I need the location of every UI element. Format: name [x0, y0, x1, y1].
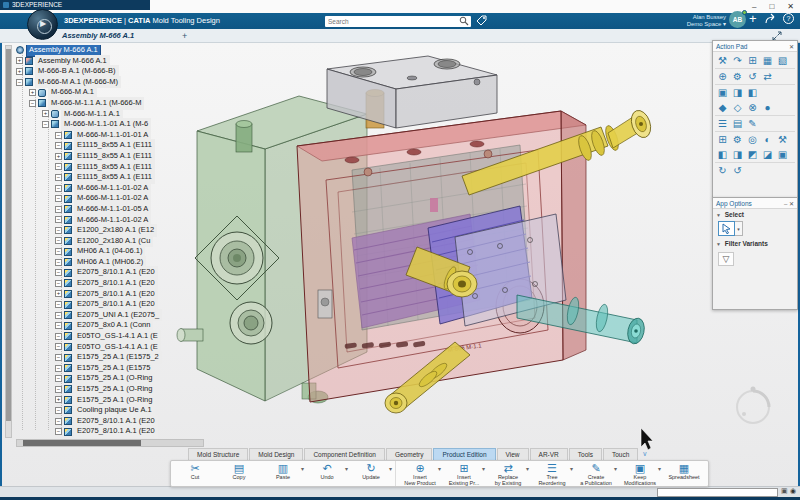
tag-icon[interactable]	[476, 15, 488, 27]
pad-tool-icon-16[interactable]: ●	[760, 100, 775, 115]
search-input[interactable]	[325, 17, 459, 26]
pad-tool-icon-19[interactable]: ✎	[745, 116, 760, 131]
tree-expander-icon[interactable]: −	[55, 132, 62, 139]
tree-expander-icon[interactable]: −	[55, 354, 62, 361]
document-tab[interactable]: Assembly M-666 A.1	[62, 29, 134, 43]
pad-tool-icon-8[interactable]: ↺	[745, 69, 760, 84]
tree-expander-icon[interactable]: −	[55, 418, 62, 425]
tree-expander-icon[interactable]: −	[55, 280, 62, 287]
command-overlay-icon[interactable]: ▣	[781, 487, 788, 495]
tree-expander-icon[interactable]: −	[55, 259, 62, 266]
tree-vscroll-thumb[interactable]	[6, 49, 11, 421]
pad-tool-icon-21[interactable]: ⚙	[730, 132, 745, 147]
tree-expander-icon[interactable]: −	[29, 100, 36, 107]
app-options-close-icon[interactable]: ✕	[789, 201, 794, 207]
pad-tool-icon-9[interactable]: ⇄	[760, 69, 775, 84]
pad-tool-icon-13[interactable]: ◆	[715, 100, 730, 115]
tree-expander-icon[interactable]: −	[55, 248, 62, 255]
dropdown-caret-icon[interactable]: ▾	[345, 465, 348, 472]
workspace-caret-icon[interactable]: ▾	[723, 21, 726, 27]
tree-expander-icon[interactable]: +	[16, 68, 23, 75]
tree-expander-icon[interactable]: −	[55, 185, 62, 192]
tree-expander-icon[interactable]: −	[55, 312, 62, 319]
tree-expander-icon[interactable]: +	[42, 110, 49, 117]
pad-tool-icon-20[interactable]: ⊞	[715, 132, 730, 147]
update-button[interactable]: ↻▾Update	[349, 461, 393, 486]
pad-tool-icon-6[interactable]: ⊕	[715, 69, 730, 84]
keep-modifications-button[interactable]: ▣▾Keep Modifications	[618, 461, 662, 486]
pad-tool-icon-5[interactable]: ▧	[775, 53, 790, 68]
dropdown-caret-icon[interactable]: ▾	[389, 465, 392, 472]
pad-tool-icon-7[interactable]: ⚙	[730, 69, 745, 84]
model-tree[interactable]: Assembly M-666 A.1+Assembly M-666 A.1+M-…	[14, 45, 214, 438]
command-input[interactable]	[657, 488, 778, 497]
pad-tool-icon-1[interactable]: ⚒	[715, 53, 730, 68]
workspace-name[interactable]: Demo Space	[687, 21, 722, 27]
share-icon[interactable]	[764, 13, 777, 24]
dropdown-caret-icon[interactable]: ▾	[482, 465, 485, 472]
replace-by-existing-button[interactable]: ⇄▾Replace by Existing	[486, 461, 530, 486]
pad-tool-icon-22[interactable]: ◎	[745, 132, 760, 147]
tree-expander-icon[interactable]: −	[55, 322, 62, 329]
tree-expander-icon[interactable]: −	[55, 216, 62, 223]
update-icon[interactable]: ↻	[715, 163, 730, 178]
dropdown-caret-icon[interactable]: ▾	[658, 465, 661, 472]
tree-expander-icon[interactable]: −	[55, 301, 62, 308]
search-icon[interactable]	[459, 16, 469, 26]
pad-tool-icon-12[interactable]: ◧	[745, 85, 760, 100]
assistant-icon[interactable]: ◉	[790, 487, 796, 495]
pad-tool-icon-23[interactable]: ◐	[760, 132, 775, 147]
pad-tool-icon-11[interactable]: ◨	[730, 85, 745, 100]
add-content-button[interactable]: +	[749, 10, 757, 28]
paste-button[interactable]: ▥▾Paste	[261, 461, 305, 486]
close-button[interactable]: ✕	[787, 1, 794, 12]
select-tool-dropdown[interactable]: ▾	[735, 221, 743, 236]
view-face-icon-4[interactable]: ◪	[760, 147, 775, 162]
tree-expander-icon[interactable]: −	[55, 386, 62, 393]
new-tab-button[interactable]: +	[182, 29, 187, 43]
tree-expander-icon[interactable]: −	[55, 269, 62, 276]
rotate-widget-ghost[interactable]	[737, 387, 769, 424]
tree-expander-icon[interactable]: −	[55, 365, 62, 372]
tree-expander-icon[interactable]: −	[55, 407, 62, 414]
tree-vertical-scrollbar[interactable]	[5, 45, 12, 438]
pad-tool-icon-4[interactable]: ▦	[760, 53, 775, 68]
refresh-icon[interactable]: ↺	[730, 163, 745, 178]
avatar[interactable]: AB	[729, 11, 746, 28]
tree-expander-icon[interactable]: −	[55, 227, 62, 234]
dropdown-caret-icon[interactable]: ▾	[570, 465, 573, 472]
view-face-icon-5[interactable]: ▣	[775, 147, 790, 162]
tree-expander-icon[interactable]: −	[42, 121, 49, 128]
tree-expander-icon[interactable]: +	[55, 396, 62, 403]
tree-expander-icon[interactable]: +	[16, 57, 23, 64]
dropdown-caret-icon[interactable]: ▾	[301, 465, 304, 472]
tree-reordering-button[interactable]: ☰▾Tree Reordering	[530, 461, 574, 486]
insert-new-product-button[interactable]: ⊕▾Insert New Product	[398, 461, 442, 486]
pad-tool-icon-24[interactable]: ⚒	[775, 132, 790, 147]
view-face-icon-3[interactable]: ◩	[745, 147, 760, 162]
view-face-icon-2[interactable]: ◨	[730, 147, 745, 162]
tree-item-label[interactable]: E2075_8/10.1 A.1 (E20	[74, 425, 158, 438]
pad-tool-icon-3[interactable]: ⊞	[745, 53, 760, 68]
pad-tool-icon-2[interactable]: ↷	[730, 53, 745, 68]
tree-horizontal-scrollbar[interactable]	[16, 439, 204, 447]
tree-expander-icon[interactable]: −	[55, 343, 62, 350]
tree-expander-icon[interactable]: −	[55, 174, 62, 181]
3d-compass[interactable]	[27, 9, 58, 40]
app-options-minimize-icon[interactable]: –	[784, 201, 787, 207]
dropdown-caret-icon[interactable]: ▾	[614, 465, 617, 472]
view-face-icon-1[interactable]: ◧	[715, 147, 730, 162]
tree-expander-icon[interactable]: −	[16, 79, 23, 86]
select-tool-button[interactable]	[718, 221, 735, 236]
maximize-button[interactable]: □	[769, 1, 774, 12]
pad-tool-icon-17[interactable]: ☰	[715, 116, 730, 131]
tree-expander-icon[interactable]: −	[55, 375, 62, 382]
dropdown-caret-icon[interactable]: ▾	[438, 465, 441, 472]
tree-expander-icon[interactable]: −	[55, 206, 62, 213]
tree-expander-icon[interactable]: −	[55, 163, 62, 170]
user-block[interactable]: Alan Bussey Demo Space ▾	[660, 14, 726, 28]
tree-expander-icon[interactable]: +	[55, 153, 62, 160]
pad-tool-icon-15[interactable]: ⊗	[745, 100, 760, 115]
tree-expander-icon[interactable]: −	[55, 428, 62, 435]
tree-expander-icon[interactable]: +	[29, 89, 36, 96]
